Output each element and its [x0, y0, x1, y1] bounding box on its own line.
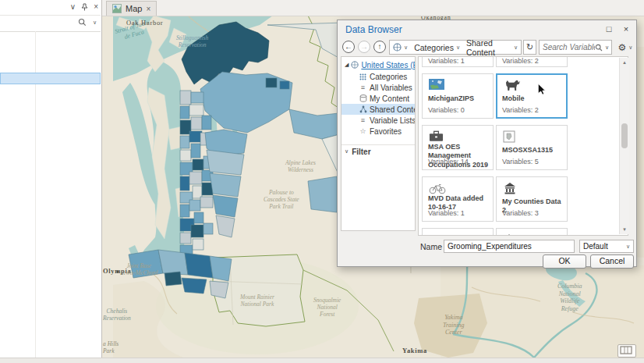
card-variable-count: Variables: 0: [428, 106, 465, 114]
list-icon: ≡: [359, 116, 367, 125]
maximize-icon[interactable]: □: [602, 23, 616, 35]
bicycle-icon: [429, 182, 446, 194]
star-icon: ☆: [359, 127, 367, 136]
card-icon: [429, 233, 440, 235]
browse-tree-panel: ◢ United States (Esri 2... Categories ≡ …: [341, 56, 416, 231]
scope-caret-icon: ∨: [514, 44, 518, 51]
pane-selected-item[interactable]: [0, 73, 101, 84]
filter-chevron-icon: ∨: [345, 148, 349, 155]
search-caret-icon[interactable]: ∨: [603, 44, 611, 51]
card-partial[interactable]: [422, 228, 494, 235]
tree-item-label: Categories: [370, 73, 407, 81]
pane-search-bar[interactable]: ∨: [0, 15, 101, 32]
card-variable-count: Variables: 2: [502, 106, 539, 114]
card-michiganzips[interactable]: MichiganZIPS Variables: 0: [422, 73, 494, 119]
settings-control[interactable]: ⚙ ∨: [615, 40, 635, 55]
cancel-button[interactable]: Cancel: [590, 254, 634, 269]
back-button[interactable]: ←: [342, 41, 355, 53]
status-strip: [0, 358, 644, 363]
olympia-city-marker: [116, 270, 119, 272]
card-msosxsa1315[interactable]: MSOSXSA1315 Variables: 5: [496, 125, 568, 170]
state-outline-icon: [503, 130, 515, 143]
network-people-icon: [359, 105, 367, 114]
grid-scrollbar[interactable]: ▴ ▾: [619, 58, 629, 234]
pane-pin-icon[interactable]: [81, 3, 88, 11]
tree-item-categories[interactable]: Categories: [341, 71, 416, 82]
tree-root-label[interactable]: United States (Esri 2...: [361, 61, 415, 69]
tree-item-shared-content[interactable]: Shared Content: [341, 104, 416, 115]
scrollbar-thumb[interactable]: [621, 123, 628, 148]
name-row: Name Default ∨: [338, 240, 638, 254]
map-notes-button[interactable]: [617, 344, 636, 358]
scope-label: Shared Content: [466, 38, 511, 57]
card-icon: [503, 233, 515, 235]
card-my-counties[interactable]: My Counties Data 2 Variables: 3: [496, 176, 568, 222]
categories-label: Categories: [414, 43, 454, 52]
card-title: Mobile: [502, 94, 563, 103]
scroll-down-icon[interactable]: ▾: [620, 225, 629, 234]
card-variable-count: Variables: 5: [502, 158, 539, 165]
globe-icon: [350, 61, 359, 69]
gear-caret-icon: ∨: [628, 44, 632, 51]
tree-expand-icon[interactable]: ◢: [345, 62, 349, 68]
card-variable-count: Variables: 2: [502, 57, 539, 65]
tree-item-label: Favorites: [370, 127, 402, 136]
tree-item-my-content[interactable]: My Content: [341, 93, 416, 104]
grid-icon: [359, 73, 367, 81]
tree-item-favorites[interactable]: ☆ Favorites: [341, 126, 416, 137]
tree-root-united-states[interactable]: ◢ United States (Esri 2...: [341, 59, 415, 70]
view-tab-strip: Map ×: [101, 0, 644, 16]
ok-button[interactable]: OK: [543, 254, 586, 269]
content-grid-panel: (m) Variables: 1 (m) 2 Variables: 2 Mich…: [418, 56, 628, 236]
style-select[interactable]: Default ∨: [579, 240, 634, 253]
style-select-caret-icon: ∨: [626, 244, 630, 250]
breadcrumb-combo: ∨ Categories ∨ Shared Content ∨: [389, 40, 522, 55]
forward-button[interactable]: →: [358, 41, 370, 53]
bank-building-icon: [503, 182, 517, 194]
categories-caret-icon: ∨: [456, 44, 460, 51]
pane-header: ∨ ×: [0, 0, 101, 15]
close-icon[interactable]: ×: [619, 23, 633, 35]
card-msa-oes[interactable]: MSA OES Management Occupations 2019 Vari…: [422, 125, 494, 170]
search-variables-input[interactable]: [540, 43, 595, 52]
map-tab-label: Map: [126, 4, 142, 13]
dog-icon: [503, 79, 521, 91]
dialog-titlebar[interactable]: Data Browser □ ×: [338, 20, 636, 37]
scope-dropdown[interactable]: Shared Content ∨: [463, 41, 521, 54]
search-dropdown-icon[interactable]: ∨: [93, 20, 97, 26]
globe-icon: [393, 43, 402, 52]
briefcase-icon: [429, 130, 444, 142]
card-title: MSOSXSA1315: [502, 146, 563, 155]
pane-chevron-down-icon[interactable]: ∨: [70, 2, 76, 11]
card-partial[interactable]: (m) 2 Variables: 2: [496, 57, 568, 67]
data-browser-dialog: Data Browser □ × ← → ↑ ∨ Categories ∨ Sh…: [337, 20, 637, 267]
tree-item-all-variables[interactable]: ≡ All Variables: [341, 82, 416, 93]
name-input[interactable]: [444, 240, 575, 253]
card-partial[interactable]: (m) Variables: 1: [422, 57, 494, 67]
categories-dropdown[interactable]: Categories ∨: [411, 41, 463, 54]
tree-item-label: Variable Lists: [370, 116, 416, 125]
pane-close-icon[interactable]: ×: [94, 2, 98, 11]
map-notes-icon: [618, 345, 634, 355]
map-tab-close-icon[interactable]: ×: [146, 5, 150, 13]
up-button[interactable]: ↑: [373, 41, 386, 53]
search-variables-box: ∨: [539, 40, 612, 55]
filter-section-header[interactable]: ∨ Filter: [341, 144, 416, 158]
tree-item-variable-lists[interactable]: ≡ Variable Lists: [341, 115, 416, 126]
list-icon: ≡: [359, 84, 367, 92]
search-icon: [78, 18, 87, 27]
refresh-button[interactable]: ↻: [523, 40, 536, 55]
card-title: MichiganZIPS: [428, 94, 489, 103]
location-globe-button[interactable]: ∨: [390, 41, 411, 54]
mouse-cursor-icon: [537, 84, 546, 95]
database-icon: [359, 94, 367, 103]
dialog-title: Data Browser: [345, 24, 402, 35]
card-grid: (m) Variables: 1 (m) 2 Variables: 2 Mich…: [419, 57, 617, 235]
style-select-value: Default: [583, 242, 608, 251]
search-icon: [595, 44, 603, 52]
card-partial[interactable]: [496, 228, 568, 235]
card-mobile[interactable]: Mobile Variables: 2: [496, 73, 568, 119]
tab-map[interactable]: Map ×: [106, 1, 157, 16]
scroll-up-icon[interactable]: ▴: [620, 58, 629, 67]
card-mvd-data[interactable]: MVD Data added 10-16-17 Variables: 1: [422, 176, 494, 222]
